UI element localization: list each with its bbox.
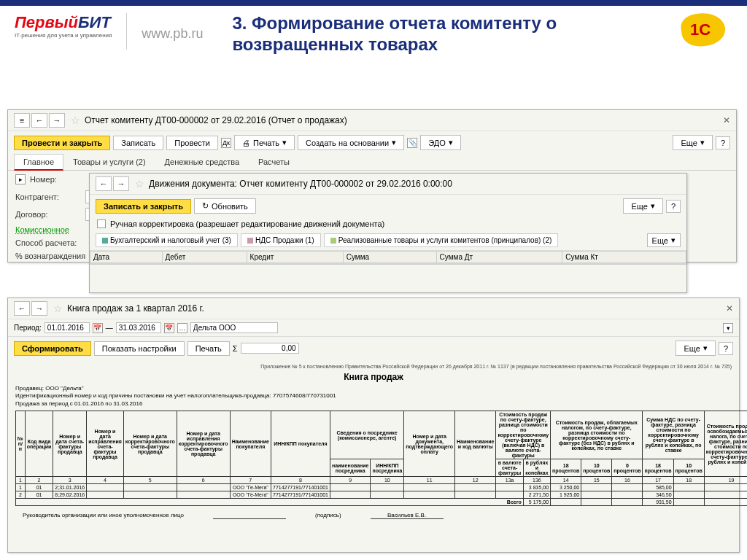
window-sales-book: ← → ☆ Книга продаж за 1 квартал 2016 г. … <box>7 298 740 553</box>
table-row: 1012;31.01.2016ООО "Ге-Мега"7714277191/7… <box>16 484 748 491</box>
window-title: Движения документа: Отчет комитенту ДТ00… <box>149 179 452 189</box>
close-icon[interactable]: ✕ <box>726 303 733 314</box>
commission-link[interactable]: Комиссионное <box>15 225 69 234</box>
star-icon[interactable]: ☆ <box>71 114 80 126</box>
help-button[interactable]: ? <box>716 136 730 149</box>
sum-field <box>241 343 299 354</box>
more-button[interactable]: Еще ▾ <box>673 135 712 150</box>
window-title: Книга продаж за 1 квартал 2016 г. <box>67 303 204 314</box>
tabs: Главное Товары и услуги (2) Денежные сре… <box>8 154 736 171</box>
date-from[interactable] <box>44 322 90 333</box>
subtab-vat[interactable]: НДС Продажи (1) <box>241 233 321 247</box>
logo-pervyi-bit: ПервыйБИТ IT-решения для учета и управле… <box>15 13 112 39</box>
window-title: Отчет комитенту ДТ00-000002 от 29.02.201… <box>85 115 347 125</box>
create-based-button[interactable]: Создать на основании ▾ <box>298 135 404 150</box>
more-button[interactable]: Еще ▾ <box>676 341 715 356</box>
more-button[interactable]: Еще ▾ <box>623 198 662 214</box>
tab-calc[interactable]: Расчеты <box>249 154 299 170</box>
nav-back-icon[interactable]: ← <box>31 113 47 128</box>
form-button[interactable]: Сформировать <box>14 341 91 356</box>
manual-edit-checkbox[interactable] <box>97 219 106 228</box>
show-settings-button[interactable]: Показать настройки <box>94 341 185 356</box>
cal-icon[interactable]: 📅 <box>164 323 174 333</box>
tab-money[interactable]: Денежные средства <box>155 154 249 170</box>
more-button[interactable]: Еще ▾ <box>647 233 681 247</box>
date-to[interactable] <box>116 322 161 333</box>
doc-icon: ▸ <box>15 174 26 184</box>
table-row: 2018;29.02.2016ООО "Ге-Мега"7714277191/7… <box>16 491 748 499</box>
nav-fwd-icon[interactable]: → <box>31 301 47 316</box>
star-icon[interactable]: ☆ <box>53 303 63 314</box>
movements-grid: Дата Дебет Кредит Сумма Сумма Дт Сумма К… <box>90 251 686 265</box>
attach-icon[interactable]: 📎 <box>407 138 417 148</box>
edo-button[interactable]: ЭДО ▾ <box>420 135 461 150</box>
post-button[interactable]: Провести <box>166 136 218 150</box>
collapse-icon[interactable]: ▾ <box>723 323 733 333</box>
help-button[interactable]: ? <box>719 342 733 355</box>
refresh-button[interactable]: ↻ Обновить <box>194 198 256 214</box>
nav-fwd-icon[interactable]: → <box>49 113 65 128</box>
org-input[interactable] <box>190 322 278 333</box>
nav-back-icon[interactable]: ← <box>14 301 30 316</box>
page-header: ПервыйБИТ IT-решения для учета и управле… <box>0 6 747 59</box>
logo-1c: 1С <box>681 13 732 50</box>
subtab-goods[interactable]: Реализованные товары и услуги комитентов… <box>324 233 559 247</box>
window-movements: ← → ☆ Движения документа: Отчет комитент… <box>89 173 687 293</box>
site-url: www.pb.ru <box>142 26 203 42</box>
tab-main[interactable]: Главное <box>14 154 63 171</box>
star-icon[interactable]: ☆ <box>135 178 144 190</box>
report-title: Книга продаж <box>15 372 732 382</box>
period-icon[interactable]: … <box>177 323 187 333</box>
nav-back-icon[interactable]: ← <box>96 176 112 191</box>
print-button[interactable]: Печать <box>187 341 230 356</box>
sales-book-table: № п/п Код вида операции Номер и дата сче… <box>15 411 747 506</box>
cal-icon[interactable]: 📅 <box>93 323 103 333</box>
nav-menu-icon[interactable]: ≡ <box>14 113 30 128</box>
write-close-button[interactable]: Записать и закрыть <box>96 199 191 214</box>
post-close-button[interactable]: Провести и закрыть <box>14 136 110 150</box>
close-icon[interactable]: ✕ <box>723 115 730 125</box>
subtab-accounting[interactable]: Бухгалтерский и налоговый учет (3) <box>96 233 238 247</box>
dk-icon[interactable]: Дк <box>221 138 231 148</box>
write-button[interactable]: Записать <box>113 136 163 150</box>
slide-title: 3. Формирование отчета комитенту о возвр… <box>232 13 667 55</box>
tab-goods[interactable]: Товары и услуги (2) <box>63 154 155 170</box>
print-button[interactable]: 🖨 Печать ▾ <box>234 135 295 150</box>
help-button[interactable]: ? <box>666 200 681 213</box>
nav-fwd-icon[interactable]: → <box>113 176 129 191</box>
